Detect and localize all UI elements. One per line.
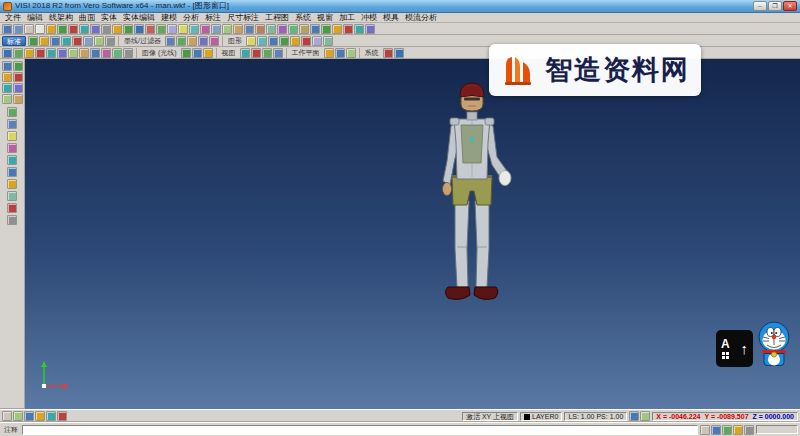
menu-item[interactable]: 标注 [202, 13, 224, 23]
tool-icon[interactable] [134, 24, 144, 34]
tool-icon[interactable] [251, 48, 261, 58]
tool-icon[interactable] [24, 24, 34, 34]
tool-icon[interactable] [323, 36, 333, 46]
tool-icon[interactable] [189, 24, 199, 34]
tool-icon[interactable] [123, 24, 133, 34]
tool-icon[interactable] [105, 36, 115, 46]
tool-icon[interactable] [343, 24, 353, 34]
tool-icon[interactable] [57, 411, 67, 421]
mannequin-model[interactable] [388, 81, 558, 321]
tool-icon[interactable] [94, 36, 104, 46]
tool-icon[interactable] [335, 48, 345, 58]
tool-icon[interactable] [332, 24, 342, 34]
tool-icon[interactable] [35, 411, 45, 421]
viewport-3d[interactable] [25, 59, 800, 409]
menu-item[interactable]: 文件 [2, 13, 24, 23]
tool-icon[interactable] [165, 36, 175, 46]
tool-icon[interactable] [167, 24, 177, 34]
tool-icon[interactable] [13, 61, 23, 71]
menu-item[interactable]: 线架构 [46, 13, 76, 23]
tool-icon[interactable] [233, 24, 243, 34]
tool-icon[interactable] [2, 94, 12, 104]
tool-icon[interactable] [321, 24, 331, 34]
tool-icon[interactable] [383, 48, 393, 58]
tool-icon[interactable] [79, 48, 89, 58]
tool-icon[interactable] [192, 48, 202, 58]
tool-icon[interactable] [733, 425, 743, 435]
tool-icon[interactable] [57, 48, 67, 58]
menu-item[interactable]: 系统 [292, 13, 314, 23]
tool-icon[interactable] [187, 36, 197, 46]
tool-icon[interactable] [346, 48, 356, 58]
tool-icon[interactable] [24, 48, 34, 58]
tool-icon[interactable] [13, 48, 23, 58]
tool-icon[interactable] [101, 48, 111, 58]
tool-icon[interactable] [112, 24, 122, 34]
tool-icon[interactable] [46, 24, 56, 34]
tool-icon[interactable] [50, 36, 60, 46]
tool-icon[interactable] [266, 24, 276, 34]
close-button[interactable]: ✕ [783, 1, 797, 11]
tool-icon[interactable] [257, 36, 267, 46]
tool-icon[interactable] [178, 24, 188, 34]
menu-item[interactable]: 模具 [380, 13, 402, 23]
tool-icon[interactable] [2, 61, 12, 71]
tool-icon[interactable] [145, 24, 155, 34]
tool-icon[interactable] [83, 36, 93, 46]
tool-icon[interactable] [277, 24, 287, 34]
menu-item[interactable]: 视窗 [314, 13, 336, 23]
tool-icon[interactable] [61, 36, 71, 46]
tool-icon[interactable] [13, 83, 23, 93]
tool-icon[interactable] [7, 167, 17, 177]
tool-icon[interactable] [7, 215, 17, 225]
tool-icon[interactable] [268, 36, 278, 46]
tool-icon[interactable] [2, 83, 12, 93]
tool-icon[interactable] [290, 36, 300, 46]
note-input[interactable] [22, 425, 698, 435]
tool-icon[interactable] [299, 24, 309, 34]
tool-icon[interactable] [324, 48, 334, 58]
tool-icon[interactable] [7, 119, 17, 129]
tool-icon[interactable] [57, 24, 67, 34]
tool-icon[interactable] [90, 48, 100, 58]
tool-icon[interactable] [640, 411, 650, 421]
menu-item[interactable]: 加工 [336, 13, 358, 23]
tool-icon[interactable] [2, 24, 12, 34]
tool-icon[interactable] [35, 48, 45, 58]
active-view-field[interactable]: 激活 XY 上视图 [462, 412, 518, 421]
maximize-button[interactable]: ❐ [768, 1, 782, 11]
menu-item[interactable]: 编辑 [24, 13, 46, 23]
tool-icon[interactable] [46, 48, 56, 58]
tool-icon[interactable] [13, 72, 23, 82]
menu-item[interactable]: 实体 [98, 13, 120, 23]
tool-icon[interactable] [2, 72, 12, 82]
tool-icon[interactable] [72, 36, 82, 46]
menu-item[interactable]: 冲模 [358, 13, 380, 23]
menu-item[interactable]: 曲面 [76, 13, 98, 23]
tab-standard[interactable]: 标准 [2, 36, 26, 46]
tool-icon[interactable] [90, 24, 100, 34]
tool-icon[interactable] [394, 48, 404, 58]
tool-icon[interactable] [7, 143, 17, 153]
tool-icon[interactable] [255, 24, 265, 34]
tool-icon[interactable] [365, 24, 375, 34]
tool-icon[interactable] [24, 411, 34, 421]
tool-icon[interactable] [722, 425, 732, 435]
tool-icon[interactable] [176, 36, 186, 46]
tool-icon[interactable] [246, 36, 256, 46]
tool-icon[interactable] [244, 24, 254, 34]
tool-icon[interactable] [310, 24, 320, 34]
tool-icon[interactable] [7, 203, 17, 213]
tool-icon[interactable] [7, 131, 17, 141]
tool-icon[interactable] [200, 24, 210, 34]
tool-icon[interactable] [700, 425, 710, 435]
tool-icon[interactable] [209, 36, 219, 46]
tool-icon[interactable] [13, 24, 23, 34]
tool-icon[interactable] [79, 24, 89, 34]
tool-icon[interactable] [240, 48, 250, 58]
tool-icon[interactable] [2, 48, 12, 58]
tool-icon[interactable] [123, 48, 133, 58]
tool-icon[interactable] [39, 36, 49, 46]
tool-icon[interactable] [211, 24, 221, 34]
tool-icon[interactable] [181, 48, 191, 58]
